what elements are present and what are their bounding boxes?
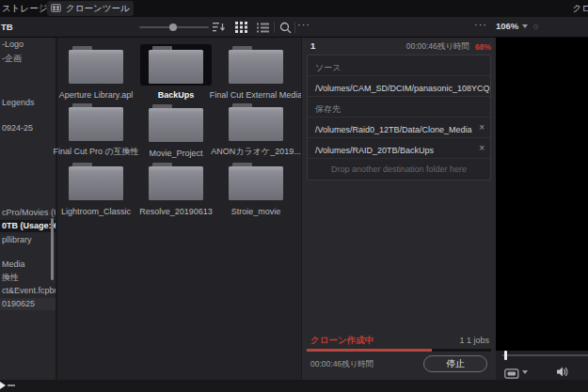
browser-toolbar: TB ··· ··· 106%: [0, 17, 588, 38]
grid-view-icon[interactable]: [233, 21, 248, 34]
destination-label-row: 保存先: [308, 97, 490, 118]
clone-status-text: クローン作成中: [310, 335, 373, 347]
clone-job-header: 1 00:00:46残り時間 68%: [302, 38, 497, 55]
sidebar-item[interactable]: 換性: [0, 272, 56, 284]
file-browser: Aperture Library.apl BackUps Final Cut E…: [57, 38, 301, 380]
destination-path: /Volumes/Raid0_12TB/Data/Clone_Media: [315, 125, 472, 134]
viewer-scrub-bar[interactable]: [502, 354, 588, 356]
sidebar-item[interactable]: -Logo: [0, 39, 56, 51]
chevron-down-icon: [522, 24, 528, 28]
clone-progress-bar: [307, 349, 491, 352]
stop-button[interactable]: 停止: [423, 355, 487, 372]
job-time-remaining: 00:00:46残り時間: [406, 41, 469, 53]
top-right-label: クロ: [573, 0, 588, 17]
sidebar-item[interactable]: 0190625: [0, 298, 56, 310]
clone-job-card: ソース /Volumes/CAM_SD/DCIM/panasonic_108YC…: [307, 55, 491, 180]
folder-item-selected[interactable]: BackUps: [137, 41, 215, 100]
viewer-playhead[interactable]: [504, 351, 507, 360]
toolbar-separator: [294, 22, 295, 33]
browser-options-icon[interactable]: ···: [297, 19, 310, 30]
status-indicator-dot: [533, 24, 538, 29]
source-label-row: ソース: [308, 55, 490, 76]
folder-item[interactable]: Final Cut External Media: [217, 41, 294, 100]
sidebar-item[interactable]: 0924-25: [0, 122, 56, 134]
destination-label: 保存先: [315, 104, 341, 114]
page-icon-partial[interactable]: [0, 382, 15, 389]
clone-tool-icon: [51, 3, 61, 15]
app-header: ストレージ クローンツール クロ: [0, 0, 588, 17]
folder-item[interactable]: Lightroom_Classic: [57, 158, 135, 216]
source-path: /Volumes/CAM_SD/DCIM/panasonic_108YCQP: [315, 84, 490, 93]
folder-item[interactable]: ANONカラオケ_2019...: [217, 100, 294, 158]
destination-row: /Volumes/RAID_20TB/BackUps ×: [308, 138, 490, 159]
footer-time-remaining: 00:00:46残り時間: [310, 359, 373, 370]
jobs-count: 1 1 jobs: [459, 336, 489, 345]
folder-icon: [149, 163, 203, 200]
folder-grid: Aperture Library.apl BackUps Final Cut E…: [57, 41, 294, 216]
storage-sidebar: -Logo -企画 Legends 0924-25 cPro/Movies (U…: [0, 38, 56, 380]
sidebar-item[interactable]: ct&Event.fcpbu...: [0, 285, 56, 297]
sidebar-item[interactable]: cPro/Movies (U...: [0, 207, 56, 219]
source-label: ソース: [315, 63, 341, 72]
thumbnail-size-slider-handle[interactable]: [169, 24, 177, 31]
folder-icon: [229, 163, 283, 200]
remove-destination-button[interactable]: ×: [479, 138, 485, 159]
sidebar-item[interactable]: Media: [0, 259, 56, 271]
folder-icon: [149, 104, 203, 142]
folder-item[interactable]: Resolve_20190613: [137, 158, 215, 216]
viewer-screen: [496, 38, 588, 351]
header-separator: [40, 4, 41, 13]
drive-name-label: TB: [1, 22, 13, 32]
display-mode-chevron-icon[interactable]: [522, 370, 528, 374]
viewer-options-icon[interactable]: ···: [474, 19, 487, 30]
folder-icon: [69, 103, 123, 141]
app-footer: [0, 380, 588, 392]
job-percent: 68%: [475, 42, 491, 52]
search-icon[interactable]: [278, 21, 293, 34]
folder-item[interactable]: Stroie_movie: [217, 158, 294, 216]
sidebar-item[interactable]: pllibrary: [0, 234, 56, 246]
clone-progress-fill: [307, 349, 432, 352]
folder-icon: [149, 46, 203, 84]
destination-path: /Volumes/RAID_20TB/BackUps: [315, 146, 434, 155]
clone-tool-label: クローンツール: [66, 3, 130, 15]
sidebar-scrollbar[interactable]: [51, 218, 54, 280]
toolbar-separator: [274, 22, 275, 33]
folder-icon: [229, 103, 283, 141]
remove-destination-button[interactable]: ×: [479, 118, 485, 138]
folder-icon: [229, 46, 283, 84]
folder-item[interactable]: Final Cut Pro の互換性: [57, 100, 135, 158]
dash-icon: [8, 384, 15, 386]
list-view-icon[interactable]: [255, 21, 270, 34]
cursor-icon: [0, 382, 6, 389]
destination-row: /Volumes/Raid0_12TB/Data/Clone_Media ×: [308, 118, 490, 138]
viewer-panel: [496, 38, 588, 380]
sort-order-icon[interactable]: [212, 21, 227, 34]
clone-tool-toggle[interactable]: クローンツール: [47, 1, 134, 16]
folder-item[interactable]: Movie_Project: [137, 100, 215, 158]
folder-icon: [69, 163, 123, 200]
folder-icon: [69, 46, 123, 84]
sidebar-item-selected[interactable]: 0TB (Usage: 61...: [0, 220, 56, 232]
drop-destination-zone[interactable]: Drop another destination folder here: [308, 159, 490, 180]
sidebar-item[interactable]: -企画: [0, 53, 56, 65]
sidebar-item[interactable]: Legends: [0, 97, 56, 109]
viewer-zoom-dropdown[interactable]: 106%: [496, 21, 528, 31]
clone-status-row: クローン作成中 1 1 jobs: [302, 335, 497, 348]
source-path-row: /Volumes/CAM_SD/DCIM/panasonic_108YCQP: [308, 76, 490, 97]
viewer-zoom-value: 106%: [496, 21, 518, 31]
folder-item[interactable]: Aperture Library.apl: [57, 41, 135, 100]
clone-tool-panel: 1 00:00:46残り時間 68% ソース /Volumes/CAM_SD/D…: [301, 38, 496, 380]
job-number: 1: [310, 40, 315, 51]
